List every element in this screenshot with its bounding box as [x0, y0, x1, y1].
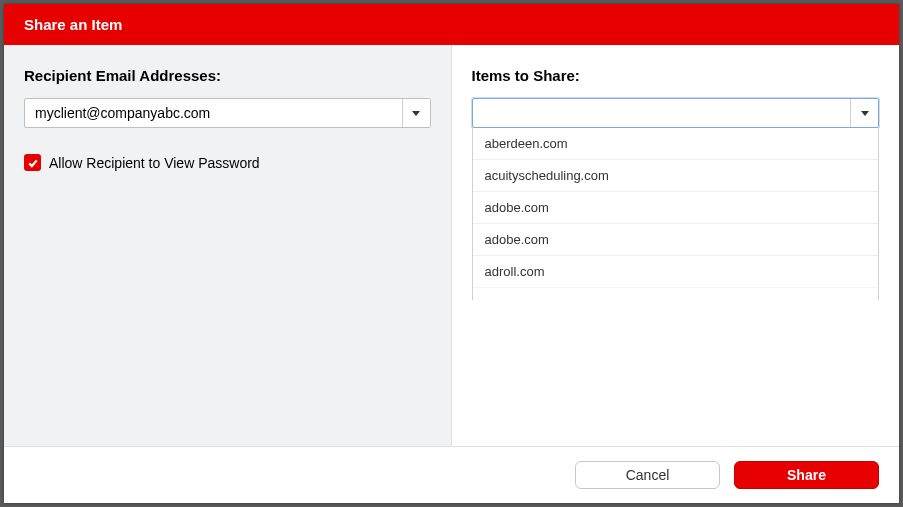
allow-view-password-checkbox[interactable] [24, 154, 41, 171]
allow-view-password-label: Allow Recipient to View Password [49, 155, 260, 171]
list-item[interactable]: adroll.com [473, 256, 879, 288]
items-label: Items to Share: [472, 67, 880, 84]
recipient-panel: Recipient Email Addresses: Allow Recipie… [4, 45, 452, 446]
allow-view-password-row[interactable]: Allow Recipient to View Password [24, 154, 431, 171]
recipient-email-combo[interactable] [24, 98, 431, 128]
dialog-title: Share an Item [24, 16, 122, 33]
items-search-combo[interactable] [472, 98, 880, 128]
caret-down-icon [412, 111, 420, 116]
caret-down-icon [861, 111, 869, 116]
list-item[interactable]: acuityscheduling.com [473, 160, 879, 192]
dialog-header: Share an Item [4, 4, 899, 45]
list-item[interactable]: advancedgroup.com [473, 288, 879, 300]
list-item[interactable]: adobe.com [473, 192, 879, 224]
dialog-footer: Cancel Share [4, 446, 899, 503]
items-dropdown-trigger[interactable] [850, 99, 878, 127]
share-item-dialog: Share an Item Recipient Email Addresses:… [4, 4, 899, 503]
items-dropdown-list[interactable]: aberdeen.com acuityscheduling.com adobe.… [472, 128, 880, 300]
recipient-label: Recipient Email Addresses: [24, 67, 431, 84]
list-item[interactable]: adobe.com [473, 224, 879, 256]
checkmark-icon [27, 157, 39, 169]
dialog-body: Recipient Email Addresses: Allow Recipie… [4, 45, 899, 446]
cancel-button[interactable]: Cancel [575, 461, 720, 489]
list-item[interactable]: aberdeen.com [473, 128, 879, 160]
items-search-input[interactable] [473, 99, 851, 127]
recipient-email-input[interactable] [25, 99, 402, 127]
items-panel: Items to Share: aberdeen.com acuitysched… [452, 45, 900, 446]
recipient-dropdown-trigger[interactable] [402, 99, 430, 127]
share-button[interactable]: Share [734, 461, 879, 489]
